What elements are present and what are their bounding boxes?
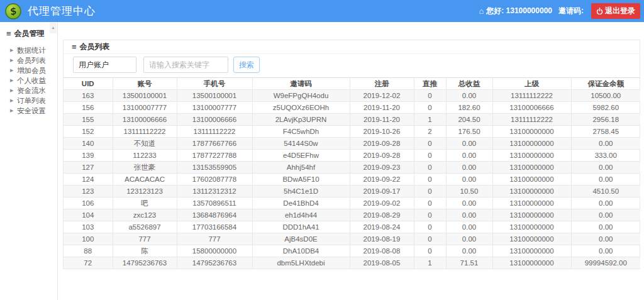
table-cell: 13100000000	[492, 174, 571, 186]
table-cell: zxc123	[113, 209, 177, 221]
table-cell: 0	[414, 162, 446, 174]
table-cell: DDD1hA41	[252, 221, 350, 233]
table-cell: z5UQOXz6EOHh	[252, 102, 350, 114]
table-cell: 13100006666	[492, 102, 571, 114]
table-row: 140不知道1787766776654144S0w2019-09-2800.00…	[64, 138, 640, 150]
table-cell: 13100000000	[492, 150, 571, 162]
caret-right-icon: ▶	[10, 65, 13, 75]
sidebar-menu: ▶数据统计▶会员列表▶增加会员▶个人收益▶资金流水▶订单列表▶安全设置	[0, 45, 57, 116]
account-filter-select[interactable]: 用户账户	[73, 57, 136, 73]
sidebar-item[interactable]: ▶个人收益	[0, 75, 57, 86]
member-table: UID账号手机号邀请码注册直推总收益上级保证金余额 16313500100001…	[64, 77, 640, 269]
table-cell: 152	[64, 126, 113, 138]
caret-right-icon: ▶	[10, 55, 13, 65]
table-cell: 124	[64, 174, 113, 186]
table-cell: 204.50	[446, 114, 492, 126]
sidebar-item-label: 个人收益	[17, 77, 46, 84]
sidebar-section-member-management[interactable]: ≡ 会员管理	[0, 22, 57, 42]
table-cell: 13100006666	[177, 114, 252, 126]
column-header: 保证金余额	[571, 78, 640, 90]
sidebar-item[interactable]: ▶增加会员	[0, 65, 57, 75]
menu-icon: ≡	[6, 29, 11, 38]
table-cell: 0	[414, 102, 446, 114]
greeting-text: 您好: 13100000000	[486, 6, 552, 16]
table-cell: 1	[414, 257, 446, 269]
sidebar-item[interactable]: ▶安全设置	[0, 106, 57, 116]
table-cell: 2019-08-29	[350, 209, 414, 221]
sidebar: ≡ 会员管理 ▲ ▶数据统计▶会员列表▶增加会员▶个人收益▶资金流水▶订单列表▶…	[0, 22, 58, 300]
sidebar-scrollbar-up[interactable]: ▲	[50, 23, 57, 33]
table-cell: 2019-09-02	[350, 197, 414, 209]
topbar-right: ⌂ 您好: 13100000000 邀请码: 退出登录	[479, 3, 640, 19]
table-row: 721479523676314795236763dbm5LHXtdebi2019…	[64, 257, 640, 269]
table-cell: 106	[64, 197, 113, 209]
table-cell: 99994592.00	[571, 257, 640, 269]
table-cell: 13500100001	[113, 90, 177, 102]
table-cell: 0.00	[446, 174, 492, 186]
sidebar-item[interactable]: ▶资金流水	[0, 86, 57, 96]
table-cell: 155	[64, 114, 113, 126]
card-title: 会员列表	[80, 42, 110, 52]
table-row: 88陈15800000000DhA10DB42019-08-0800.00131…	[64, 245, 640, 257]
column-header: 直推	[414, 78, 446, 90]
table-cell: BDwA5F10	[252, 174, 350, 186]
column-header: 账号	[113, 78, 177, 90]
table-cell: 13100007777	[113, 102, 177, 114]
search-keyword-input[interactable]	[143, 57, 228, 73]
column-header: UID	[64, 78, 113, 90]
column-header: 邀请码	[252, 78, 350, 90]
table-cell: 182.60	[446, 102, 492, 114]
table-cell: 2019-08-19	[350, 233, 414, 245]
sidebar-item[interactable]: ▶订单列表	[0, 96, 57, 106]
table-cell: 13100000000	[492, 186, 571, 197]
table-cell: 0.00	[446, 138, 492, 150]
table-cell: 0	[414, 90, 446, 102]
caret-right-icon: ▶	[10, 96, 13, 106]
table-cell: 2019-09-17	[350, 186, 414, 197]
table-cell: 0.00	[571, 233, 640, 245]
table-cell: 2019-09-28	[350, 150, 414, 162]
table-cell: 156	[64, 102, 113, 114]
table-cell: 0.00	[446, 233, 492, 245]
table-cell: 0.00	[446, 90, 492, 102]
table-cell: 0	[414, 245, 446, 257]
table-cell: 0	[414, 186, 446, 197]
table-row: 1521311111222213111112222F4C5whDh2019-10…	[64, 126, 640, 138]
topbar: $ 代理管理中心 ⌂ 您好: 13100000000 邀请码: 退出登录	[0, 0, 644, 22]
search-button[interactable]: 搜索	[233, 57, 260, 73]
sidebar-item-label: 会员列表	[17, 57, 46, 64]
sidebar-item[interactable]: ▶会员列表	[0, 55, 57, 65]
table-cell: 0	[414, 174, 446, 186]
power-icon	[596, 8, 603, 14]
table-cell: 0	[414, 209, 446, 221]
table-cell: 13111112222	[492, 114, 571, 126]
table-cell: 13111112222	[113, 126, 177, 138]
table-cell: De41BhD4	[252, 197, 350, 209]
caret-right-icon: ▶	[10, 75, 13, 86]
table-cell: 103	[64, 221, 113, 233]
table-cell: 13100000000	[492, 245, 571, 257]
table-cell: 140	[64, 138, 113, 150]
table-cell: dbm5LHXtdebi	[252, 257, 350, 269]
sidebar-item-label: 增加会员	[17, 67, 46, 74]
table-row: 15513100006666131000066662LAvjKp3UPRN201…	[64, 114, 640, 126]
column-header: 总收益	[446, 78, 492, 90]
table-row: 104zxc12313684876964eh1d4h442019-08-2900…	[64, 209, 640, 221]
app-logo-icon: $	[5, 3, 21, 19]
member-list-card: ≡ 会员列表 用户账户 搜索 UID账号手机号邀请码注册直推总收益上级保证金余额…	[63, 40, 640, 269]
table-cell: 2019-11-20	[350, 114, 414, 126]
table-cell: 13500100001	[177, 90, 252, 102]
table-body: 1631350010000113500100001W9eFPgQH4odu201…	[64, 90, 640, 269]
logout-button[interactable]: 退出登录	[591, 3, 640, 19]
table-cell: 163	[64, 90, 113, 102]
table-cell: 71.51	[446, 257, 492, 269]
table-cell: 吧	[113, 197, 177, 209]
table-cell: 2019-10-26	[350, 126, 414, 138]
table-cell: 0.00	[571, 209, 640, 221]
table-cell: 14795236763	[113, 257, 177, 269]
sidebar-item[interactable]: ▶数据统计	[0, 45, 57, 55]
column-header: 手机号	[177, 78, 252, 90]
table-cell: 13153559905	[177, 162, 252, 174]
table-cell: 14795236763	[177, 257, 252, 269]
table-row: 1561310000777713100007777z5UQOXz6EOHh201…	[64, 102, 640, 114]
